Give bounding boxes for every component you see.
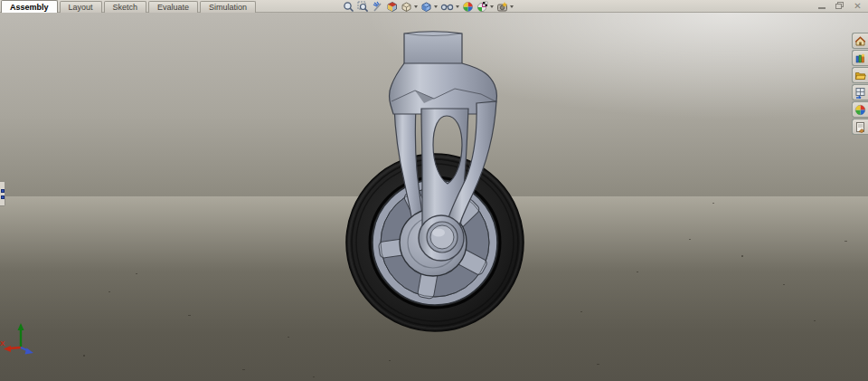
view-orientation-dropdown[interactable] [414, 5, 418, 8]
command-manager-bar: Assembly Layout Sketch Evaluate Simulati… [0, 0, 868, 13]
hide-show-items-button[interactable] [439, 1, 460, 13]
tab-simulation[interactable]: Simulation [200, 1, 256, 13]
view-settings-dropdown[interactable] [510, 5, 514, 8]
task-pane-tab-custom-properties[interactable] [852, 119, 868, 135]
close-button[interactable]: ✕ [852, 1, 863, 11]
minimize-icon [818, 7, 826, 9]
zoom-to-area-icon [357, 1, 369, 13]
scene-3d: X [0, 13, 868, 381]
tab-layout[interactable]: Layout [60, 1, 102, 13]
zoom-to-area-button[interactable] [356, 1, 370, 13]
previous-view-button[interactable] [371, 1, 384, 13]
view-palette-icon [854, 87, 866, 99]
window-controls: ✕ [816, 1, 863, 11]
tab-evaluate[interactable]: Evaluate [148, 1, 198, 13]
view-orientation-icon [401, 1, 412, 13]
triad-x-label: X [0, 339, 5, 348]
model-caster-wheel[interactable] [346, 32, 524, 331]
zoom-to-fit-button[interactable] [342, 1, 355, 13]
apply-scene-icon [476, 1, 488, 13]
origin-triad: X [0, 323, 33, 355]
section-view-button[interactable] [385, 1, 399, 13]
task-pane-tab-design-library[interactable] [852, 50, 868, 66]
display-style-dropdown[interactable] [434, 5, 438, 8]
task-pane-tab-resources[interactable] [852, 33, 868, 49]
home-icon [854, 35, 866, 47]
edit-appearance-button[interactable] [461, 1, 475, 13]
design-library-icon [854, 52, 866, 64]
panel-icon [1, 195, 5, 199]
feature-manager-collapsed-handle[interactable] [0, 181, 5, 206]
task-pane-tab-appearances[interactable] [852, 101, 868, 118]
folder-icon [854, 70, 866, 81]
display-style-icon [420, 1, 432, 13]
section-view-icon [386, 1, 398, 13]
display-style-button[interactable] [420, 1, 439, 13]
task-pane-tabs [852, 33, 868, 136]
apply-scene-button[interactable] [476, 1, 495, 13]
tab-sketch[interactable]: Sketch [104, 1, 147, 13]
view-orientation-button[interactable] [400, 1, 419, 13]
edit-appearance-icon [462, 1, 474, 13]
tab-assembly[interactable]: Assembly [1, 0, 58, 13]
task-pane-tab-view-palette[interactable] [852, 84, 868, 100]
previous-view-icon [372, 1, 383, 13]
minimize-button[interactable] [816, 1, 827, 11]
restore-button[interactable] [834, 1, 845, 11]
command-tabs: Assembly Layout Sketch Evaluate Simulati… [1, 0, 258, 13]
hide-show-items-dropdown[interactable] [456, 5, 459, 8]
close-icon: ✕ [854, 2, 861, 11]
apply-scene-dropdown[interactable] [490, 5, 494, 8]
view-settings-button[interactable] [495, 1, 514, 13]
appearances-sphere-icon [854, 104, 866, 116]
zoom-to-fit-icon [343, 1, 354, 13]
heads-up-view-toolbar [342, 0, 515, 13]
panel-icon [1, 189, 5, 193]
view-settings-icon [496, 1, 508, 13]
hide-show-items-icon [440, 1, 454, 13]
graphics-area[interactable]: X [0, 13, 868, 381]
task-pane-tab-file-explorer[interactable] [852, 67, 868, 83]
custom-properties-icon [854, 121, 866, 133]
fork-crown [390, 32, 497, 114]
axle-bolt [419, 215, 464, 261]
